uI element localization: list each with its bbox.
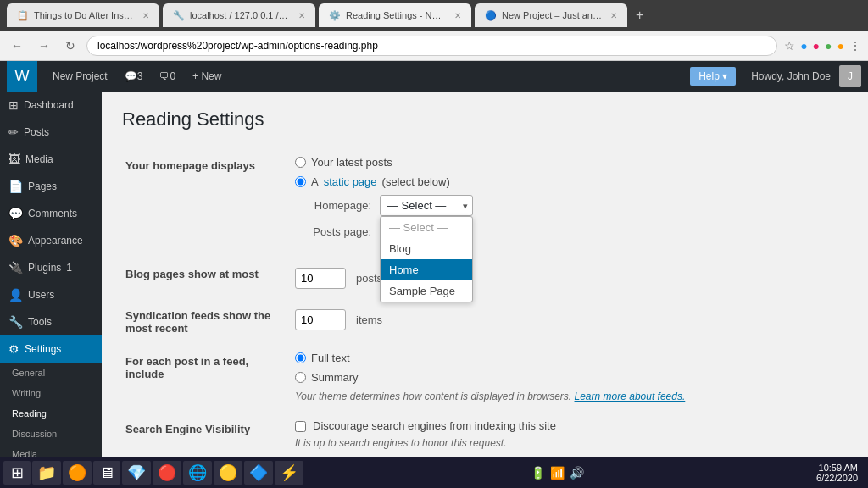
dropdown-option-blog[interactable]: Blog bbox=[381, 238, 472, 259]
howdy-text: Howdy, John Doe bbox=[743, 70, 839, 82]
taskbar-app2[interactable]: 🖥 bbox=[93, 461, 120, 485]
more-icon: ⋮ bbox=[849, 39, 861, 53]
bookmark-icon: ☆ bbox=[784, 39, 795, 53]
radio-static-page[interactable]: A static page (select below) bbox=[295, 175, 844, 188]
tab3-close[interactable]: ✕ bbox=[454, 11, 461, 20]
search-visibility-checkbox-row[interactable]: Discourage search engines from indexing … bbox=[295, 419, 844, 432]
radio-full-text[interactable]: Full text bbox=[295, 352, 844, 364]
feed-label: For each post in a feed, include bbox=[125, 355, 248, 380]
taskbar-start-button[interactable]: ⊞ bbox=[3, 461, 31, 485]
taskbar-chrome[interactable]: 🌐 bbox=[183, 461, 212, 485]
radio-latest-posts[interactable]: Your latest posts bbox=[295, 156, 844, 169]
syndication-input[interactable] bbox=[295, 309, 346, 330]
tab3-favicon: ⚙️ bbox=[329, 10, 341, 21]
sidebar-item-users[interactable]: 👤 Users bbox=[0, 281, 102, 308]
dropdown-option-sample[interactable]: Sample Page bbox=[381, 280, 472, 302]
radio-latest-posts-input[interactable] bbox=[295, 157, 306, 168]
tab3-label: Reading Settings - New Project bbox=[346, 10, 446, 20]
volume-icon: 🔊 bbox=[570, 466, 584, 480]
adminbar-new[interactable]: + New bbox=[184, 61, 230, 92]
blog-pages-suffix: posts bbox=[356, 272, 382, 285]
homepage-select-row: Homepage: — Select — — Select — Blog Hom… bbox=[295, 195, 844, 216]
taskbar-app6[interactable]: 🔷 bbox=[244, 461, 273, 485]
radio-static-page-input[interactable] bbox=[295, 176, 306, 187]
adminbar-comments[interactable]: 💬 3 bbox=[116, 61, 152, 92]
radio-full-text-input[interactable] bbox=[295, 352, 306, 363]
new-tab-button[interactable]: + bbox=[631, 8, 648, 23]
forward-button[interactable]: → bbox=[34, 37, 54, 54]
blog-pages-input[interactable] bbox=[295, 268, 346, 289]
comment-bubble-icon: 🗨 bbox=[159, 70, 170, 82]
adminbar-comments-count: 3 bbox=[137, 70, 143, 82]
dashboard-icon: ⊞ bbox=[8, 98, 19, 112]
posts-icon: ✏ bbox=[8, 125, 19, 139]
blog-pages-label: Blog pages show at most bbox=[125, 268, 259, 280]
sub-reading-label: Reading bbox=[12, 408, 47, 419]
extension-icon: ● bbox=[813, 39, 820, 53]
adminbar-site[interactable]: New Project bbox=[44, 61, 116, 92]
tab1-close[interactable]: ✕ bbox=[142, 11, 149, 20]
page-title: Reading Settings bbox=[122, 108, 848, 130]
taskbar-file-explorer[interactable]: 📁 bbox=[32, 461, 61, 485]
back-button[interactable]: ← bbox=[7, 37, 27, 54]
browser-tab-2[interactable]: 🔧 localhost / 127.0.0.1 / laravelsho... … bbox=[163, 3, 315, 27]
search-visibility-note-text: It is up to search engines to honor this… bbox=[295, 437, 506, 449]
homepage-dropdown-label: Homepage: bbox=[295, 199, 371, 212]
adminbar-comment-count[interactable]: 🗨 0 bbox=[151, 61, 184, 92]
adminbar-site-name: New Project bbox=[53, 70, 108, 82]
taskbar-app1[interactable]: 🟠 bbox=[63, 461, 92, 485]
sidebar-sub-general[interactable]: General bbox=[0, 363, 102, 383]
sidebar-label-comments: Comments bbox=[28, 208, 77, 219]
syndication-label: Syndication feeds show the most recent bbox=[125, 309, 270, 335]
radio-summary-input[interactable] bbox=[295, 372, 306, 383]
sidebar-item-comments[interactable]: 💬 Comments bbox=[0, 200, 102, 227]
syndication-suffix: items bbox=[356, 313, 382, 326]
sidebar-item-appearance[interactable]: 🎨 Appearance bbox=[0, 227, 102, 254]
select-below-text: (select below) bbox=[382, 175, 450, 188]
radio-summary[interactable]: Summary bbox=[295, 371, 844, 384]
sidebar-label-posts: Posts bbox=[24, 126, 49, 138]
tab2-label: localhost / 127.0.0.1 / laravelsho... bbox=[190, 10, 290, 20]
sidebar-item-plugins[interactable]: 🔌 Plugins 1 bbox=[0, 254, 102, 281]
sidebar-label-settings: Settings bbox=[25, 343, 61, 355]
sidebar-item-media[interactable]: 🖼 Media bbox=[0, 146, 102, 173]
feed-learn-more-link[interactable]: Learn more about feeds. bbox=[575, 391, 686, 402]
address-bar-input[interactable] bbox=[86, 36, 777, 56]
media-icon: 🖼 bbox=[8, 152, 20, 166]
browser-tab-4[interactable]: 🔵 New Project – Just another Word... ✕ bbox=[475, 3, 627, 27]
sidebar-item-dashboard[interactable]: ⊞ Dashboard bbox=[0, 92, 102, 119]
search-visibility-checkbox-label: Discourage search engines from indexing … bbox=[313, 419, 556, 432]
radio-latest-posts-label: Your latest posts bbox=[311, 156, 392, 169]
homepage-dropdown-button[interactable]: — Select — bbox=[380, 195, 473, 216]
feed-row: For each post in a feed, include Full te… bbox=[122, 343, 848, 411]
profile-icon: ● bbox=[800, 39, 807, 53]
sidebar-item-posts[interactable]: ✏ Posts bbox=[0, 119, 102, 146]
taskbar-app3[interactable]: 💎 bbox=[122, 461, 151, 485]
settings-table: Your homepage displays Your latest posts… bbox=[122, 147, 848, 458]
search-visibility-checkbox[interactable] bbox=[295, 421, 306, 432]
sidebar-item-pages[interactable]: 📄 Pages bbox=[0, 173, 102, 200]
sidebar-item-settings[interactable]: ⚙ Settings bbox=[0, 336, 102, 363]
dropdown-option-home[interactable]: Home bbox=[381, 259, 472, 280]
comments-sidebar-icon: 💬 bbox=[8, 207, 23, 220]
help-button[interactable]: Help ▾ bbox=[690, 67, 736, 86]
dropdown-option-select[interactable]: — Select — bbox=[381, 217, 472, 238]
reload-button[interactable]: ↻ bbox=[61, 37, 80, 54]
taskbar-app5[interactable]: 🟡 bbox=[214, 461, 242, 485]
sidebar-item-tools[interactable]: 🔧 Tools bbox=[0, 308, 102, 336]
taskbar-app7[interactable]: ⚡ bbox=[275, 461, 303, 485]
sidebar-sub-reading[interactable]: Reading bbox=[0, 403, 102, 424]
taskbar-app4[interactable]: 🔴 bbox=[153, 461, 181, 485]
tab1-favicon: 📋 bbox=[17, 10, 29, 21]
browser-tab-3[interactable]: ⚙️ Reading Settings - New Project ✕ bbox=[319, 3, 471, 27]
sidebar: ⊞ Dashboard ✏ Posts 🖼 Media 📄 Pages 💬 Co… bbox=[0, 92, 102, 488]
browser-tab-1[interactable]: 📋 Things to Do After Installing Wo... ✕ bbox=[7, 3, 159, 27]
wifi-icon: 📶 bbox=[550, 466, 565, 480]
tab2-close[interactable]: ✕ bbox=[298, 11, 305, 20]
sidebar-sub-writing[interactable]: Writing bbox=[0, 383, 102, 403]
static-page-link[interactable]: static page bbox=[324, 175, 377, 188]
tab4-close[interactable]: ✕ bbox=[610, 11, 617, 20]
sidebar-sub-discussion[interactable]: Discussion bbox=[0, 424, 102, 444]
wp-logo[interactable]: W bbox=[7, 61, 37, 92]
user-avatar[interactable]: J bbox=[839, 65, 861, 87]
